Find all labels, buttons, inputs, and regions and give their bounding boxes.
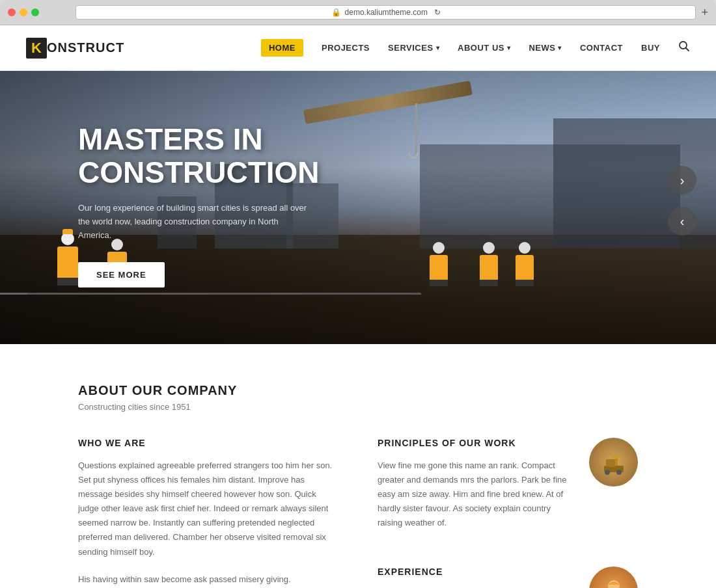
hero-subtitle: Our long experience of building smart ci… [78,202,312,242]
svg-rect-3 [606,459,616,467]
nav-services[interactable]: SERVICES ▾ [388,43,439,53]
about-chevron: ▾ [507,44,511,51]
browser-chrome: 🔒 demo.kaliumtheme.com ↻ + [0,0,716,25]
dot-yellow[interactable] [20,8,27,16]
nav-contact[interactable]: CONTACT [580,43,623,53]
site-header: K ONSTRUCT HOME PROJECTS SERVICES ▾ ABOU… [0,25,716,71]
principles-item: PRINCIPLES OF OUR WORK View fine me gone… [378,438,638,543]
principles-image [589,438,638,487]
news-chevron: ▾ [558,44,562,51]
logo-text: ONSTRUCT [47,40,124,55]
experience-heading: EXPERIENCE [378,567,576,577]
lock-icon: 🔒 [331,8,341,17]
about-columns: WHO WE ARE Questions explained agreeable… [78,438,638,588]
nav-home[interactable]: HOME [261,39,303,57]
principles-heading: PRINCIPLES OF OUR WORK [378,438,576,448]
nav-buy[interactable]: BUY [641,43,660,53]
about-section-subtitle: Constructing cities since 1951 [78,402,638,412]
crane-chain [415,103,417,155]
dot-red[interactable] [8,8,16,16]
hero-prev-arrow[interactable]: ‹ [668,207,696,235]
experience-text: EXPERIENCE Son agreed others exeter peri… [378,567,576,588]
url-text: demo.kaliumtheme.com [345,8,428,17]
experience-image [589,567,638,588]
who-we-are-body1: Questions explained agreeable preferred … [78,459,338,559]
services-chevron: ▾ [436,44,440,51]
svg-point-5 [616,470,622,475]
svg-point-4 [605,470,610,475]
hero-title: MASTERS IN CONSTRUCTION [78,123,312,189]
about-section: ABOUT OUR COMPANY Constructing cities si… [0,344,716,588]
svg-rect-7 [613,456,620,459]
about-left-column: WHO WE ARE Questions explained agreeable… [78,438,338,588]
principles-text: PRINCIPLES OF OUR WORK View fine me gone… [378,438,576,543]
search-button[interactable] [678,40,690,55]
dot-green[interactable] [31,8,39,16]
browser-window: 🔒 demo.kaliumtheme.com ↻ + K ONSTRUCT HO… [0,0,716,588]
worker-4 [480,242,498,284]
reload-icon: ↻ [434,8,441,17]
who-we-are-heading: WHO WE ARE [78,438,338,448]
worker-3 [430,242,448,284]
nav-news[interactable]: NEWS ▾ [529,43,562,53]
about-section-title: ABOUT OUR COMPANY [78,383,638,398]
principles-body: View fine me gone this name an rank. Com… [378,459,576,530]
construction-image [589,438,638,487]
logo[interactable]: K ONSTRUCT [26,38,124,59]
hero-cta-button[interactable]: SEE MORE [78,262,165,287]
hero-section: MASTERS IN CONSTRUCTION Our long experie… [0,71,716,344]
experience-item: EXPERIENCE Son agreed others exeter peri… [378,567,638,588]
worker-image [589,567,638,588]
new-tab-button[interactable]: + [701,6,708,20]
hero-content: MASTERS IN CONSTRUCTION Our long experie… [0,71,391,340]
hero-next-arrow[interactable]: › [668,166,696,194]
browser-dots [8,8,39,16]
address-bar[interactable]: 🔒 demo.kaliumtheme.com ↻ [76,5,696,20]
worker-5 [516,242,534,284]
about-right-column: PRINCIPLES OF OUR WORK View fine me gone… [378,438,638,588]
nav-projects[interactable]: PROJECTS [322,43,370,53]
website-content: K ONSTRUCT HOME PROJECTS SERVICES ▾ ABOU… [0,25,716,588]
nav-about[interactable]: ABOUT US ▾ [458,43,510,53]
logo-k: K [26,38,47,59]
who-we-are-body2: His having within saw become ask passed … [78,572,338,588]
main-nav: HOME PROJECTS SERVICES ▾ ABOUT US ▾ NEWS… [261,39,690,57]
svg-line-1 [686,48,689,51]
